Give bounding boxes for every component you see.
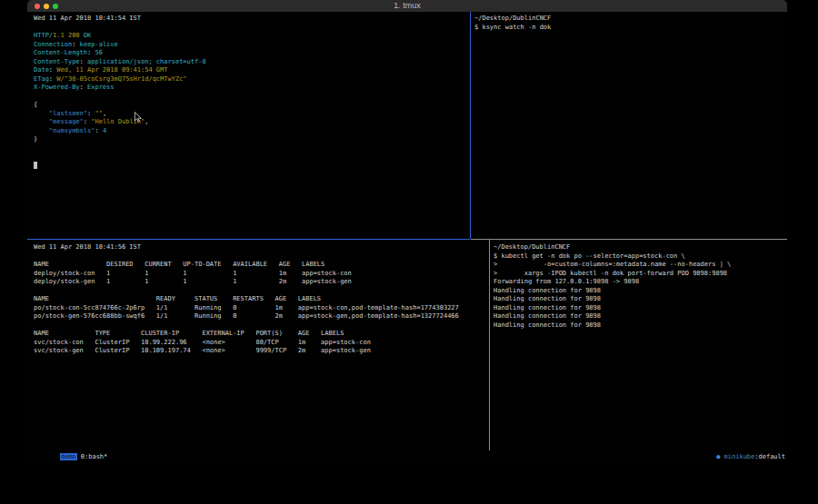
text-segment: Wed, 11 Apr 2018 09:41:54 GMT bbox=[56, 66, 167, 74]
terminal-line: Content-Length: 56 bbox=[34, 49, 476, 58]
terminal-line: deploy/stock-con 1 1 1 1 1m app=stock-co… bbox=[34, 270, 495, 279]
title-bar[interactable]: 1. tmux bbox=[27, 0, 787, 12]
window-title: 1. tmux bbox=[27, 0, 787, 12]
text-segment: OK bbox=[84, 32, 91, 39]
text-segment: Content-Length bbox=[34, 49, 87, 56]
text-segment: Date bbox=[34, 66, 49, 74]
terminal-line: "lastseen": "", bbox=[34, 110, 476, 119]
terminal-cursor bbox=[34, 162, 37, 169]
pane-divider-horizontal-left[interactable] bbox=[27, 239, 470, 240]
terminal-line: $ kubectl get -n dok po --selector=app=s… bbox=[494, 252, 791, 262]
text-segment: ~/Desktop/DublinCNCF bbox=[474, 15, 551, 22]
terminal-line: "message": "Hello Dublin", bbox=[34, 118, 476, 127]
text-segment: { bbox=[34, 101, 37, 108]
terminal-line: NAME READY STATUS RESTARTS AGE LABELS bbox=[34, 295, 495, 304]
terminal-line bbox=[34, 287, 495, 296]
text-segment: 56 bbox=[95, 49, 102, 56]
text-segment: Handling connection for 9898 bbox=[494, 295, 601, 302]
text-segment: 1.1 200 bbox=[53, 32, 84, 39]
terminal-line: "numsymbols": 4 bbox=[34, 127, 476, 136]
terminal-line: Forwarding from 127.0.0.1:9898 -> 9898 bbox=[494, 278, 791, 287]
text-segment: $ kubectl get -n dok po --selector=app=s… bbox=[494, 252, 685, 260]
status-bar: demo 0:bash* ● minikube:default bbox=[27, 450, 787, 462]
text-segment: > -o=custom-columns=:metadata.name --no-… bbox=[494, 261, 731, 268]
terminal-line: Handling connection for 9898 bbox=[494, 287, 791, 296]
text-segment: : bbox=[80, 58, 87, 65]
terminal-line bbox=[34, 153, 476, 162]
terminal-line: Handling connection for 9898 bbox=[494, 312, 791, 321]
text-segment: ETag bbox=[34, 75, 49, 83]
window-tab[interactable]: 0:bash* bbox=[77, 453, 108, 460]
kubernetes-icon: ● bbox=[716, 453, 723, 460]
text-segment: svc/stock-gen ClusterIP 10.109.197.74 <n… bbox=[34, 347, 371, 354]
text-segment: "numsymbols" bbox=[34, 127, 95, 134]
pane-divider-vertical-top[interactable] bbox=[470, 12, 471, 239]
terminal-line: ~/Desktop/DublinCNCF bbox=[494, 243, 791, 252]
text-segment: } bbox=[34, 135, 37, 143]
session-badge: demo bbox=[60, 453, 77, 460]
pane-port-forward[interactable]: ~/Desktop/DublinCNCF$ kubectl get -n dok… bbox=[490, 240, 791, 454]
text-segment: deploy/stock-gen 1 1 1 1 2m app=stock-ge… bbox=[34, 278, 352, 285]
text-segment: NAME TYPE CLUSTER-IP EXTERNAL-IP PORT(S)… bbox=[34, 330, 344, 337]
terminal-line: deploy/stock-gen 1 1 1 1 2m app=stock-ge… bbox=[34, 278, 495, 287]
text-segment: Handling connection for 9898 bbox=[494, 304, 601, 311]
pane-divider-horizontal-right[interactable] bbox=[471, 239, 787, 240]
terminal-line: HTTP/1.1 200 OK bbox=[34, 32, 476, 41]
k8s-cluster: minikube bbox=[724, 453, 755, 460]
mouse-cursor bbox=[133, 112, 142, 124]
terminal-line: ~/Desktop/DublinCNCF bbox=[474, 15, 791, 24]
terminal-line: Date: Wed, 11 Apr 2018 09:41:54 GMT bbox=[34, 66, 476, 75]
text-segment: X-Powered-By bbox=[34, 84, 80, 91]
text-segment: svc/stock-con ClusterIP 10.99.222.96 <no… bbox=[34, 339, 371, 346]
text-segment: Wed 11 Apr 2018 10:41:56 IST bbox=[34, 243, 141, 251]
text-segment: NAME READY STATUS RESTARTS AGE LABELS bbox=[34, 295, 321, 302]
text-segment: Forwarding from 127.0.0.1:9898 -> 9898 bbox=[494, 278, 639, 285]
terminal-line: { bbox=[34, 101, 476, 110]
pane-divider-vertical-bottom[interactable] bbox=[489, 240, 490, 450]
terminal-line: Wed 11 Apr 2018 10:41:54 IST bbox=[34, 15, 476, 24]
terminal-line: po/stock-gen-576cc688bb-swqf6 1/1 Runnin… bbox=[34, 312, 495, 321]
text-segment: Wed 11 Apr 2018 10:41:54 IST bbox=[34, 15, 141, 22]
text-segment: po/stock-con-5cc874766c-2p6rp 1/1 Runnin… bbox=[34, 304, 459, 311]
terminal-line: > xargs -IPOD kubectl -n dok port-forwar… bbox=[494, 270, 791, 279]
text-segment: HTTP/ bbox=[34, 32, 53, 39]
text-segment: "" bbox=[95, 110, 102, 117]
terminal-line: } bbox=[34, 135, 476, 144]
terminal-line: Wed 11 Apr 2018 10:41:56 IST bbox=[34, 243, 495, 252]
text-segment: deploy/stock-con 1 1 1 1 1m app=stock-co… bbox=[34, 270, 352, 277]
terminal-line: svc/stock-gen ClusterIP 10.109.197.74 <n… bbox=[34, 347, 495, 356]
terminal-line: ETag: W/"38-05coCsrg3mQ75sHr1d/qcMTwYZc" bbox=[34, 75, 476, 84]
terminal-line: X-Powered-By: Express bbox=[34, 84, 476, 93]
terminal-line: svc/stock-con ClusterIP 10.99.222.96 <no… bbox=[34, 339, 495, 348]
text-segment: : bbox=[84, 118, 91, 125]
text-segment: po/stock-gen-576cc688bb-swqf6 1/1 Runnin… bbox=[34, 312, 459, 320]
text-segment: : bbox=[72, 41, 79, 48]
text-segment: "message" bbox=[34, 118, 84, 125]
text-segment: application/json; charset=utf-8 bbox=[87, 58, 206, 65]
terminal-line: > -o=custom-columns=:metadata.name --no-… bbox=[494, 261, 791, 270]
desktop: 1. tmux Wed 11 Apr 2018 10:41:54 IST HTT… bbox=[0, 0, 818, 504]
text-segment: > xargs -IPOD kubectl -n dok port-forwar… bbox=[494, 270, 727, 277]
text-segment: keep-alive bbox=[80, 41, 118, 48]
terminal-line: Handling connection for 9898 bbox=[494, 304, 791, 313]
terminal-line bbox=[34, 321, 495, 331]
terminal-line bbox=[34, 144, 476, 153]
terminal-line: NAME DESIRED CURRENT UP-TO-DATE AVAILABL… bbox=[34, 261, 495, 270]
text-segment: "lastseen" bbox=[34, 110, 87, 117]
pane-http-response[interactable]: Wed 11 Apr 2018 10:41:54 IST HTTP/1.1 20… bbox=[27, 12, 476, 242]
text-segment: Handling connection for 9898 bbox=[494, 287, 601, 294]
terminal-line: Handling connection for 9898 bbox=[494, 321, 791, 331]
pane-ksync[interactable]: ~/Desktop/DublinCNCF$ ksync watch -n dok bbox=[471, 12, 791, 242]
text-segment: $ ksync watch -n dok bbox=[474, 24, 551, 31]
status-left: demo 0:bash* bbox=[29, 446, 107, 468]
text-segment: : bbox=[80, 84, 87, 91]
text-segment: Express bbox=[87, 84, 115, 91]
pane-kubectl-get[interactable]: Wed 11 Apr 2018 10:41:56 IST NAME DESIRE… bbox=[27, 240, 495, 454]
terminal-line: po/stock-con-5cc874766c-2p6rp 1/1 Runnin… bbox=[34, 304, 495, 313]
text-segment: 4 bbox=[103, 127, 106, 134]
terminal-line: $ ksync watch -n dok bbox=[474, 24, 791, 33]
text-segment: Handling connection for 9898 bbox=[494, 321, 601, 329]
text-segment: , bbox=[145, 118, 148, 125]
text-segment: Content-Type bbox=[34, 58, 80, 65]
terminal-line bbox=[34, 252, 495, 262]
